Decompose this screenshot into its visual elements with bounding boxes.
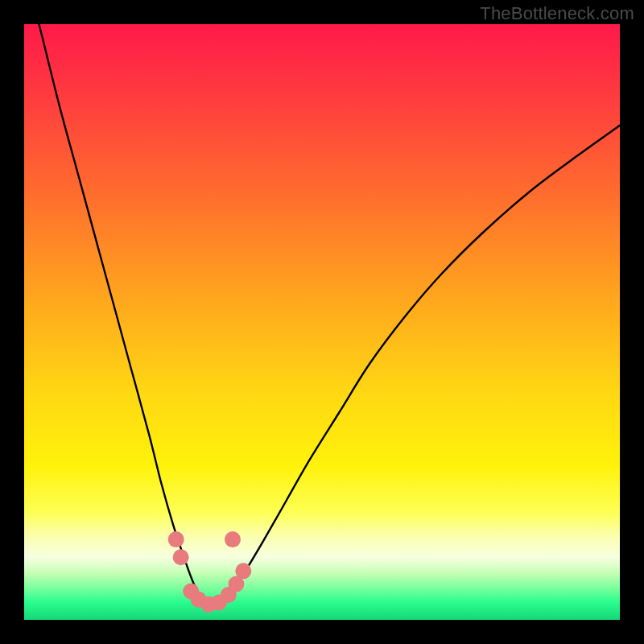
watermark-text: TheBottleneck.com (480, 3, 634, 24)
bottleneck-curve (24, 24, 620, 605)
data-marker (168, 531, 184, 547)
chart-frame: TheBottleneck.com (0, 0, 644, 644)
data-marker (235, 563, 251, 579)
curve-layer (24, 24, 620, 620)
data-marker (225, 531, 241, 547)
data-marker (173, 549, 189, 565)
plot-area (24, 24, 620, 620)
